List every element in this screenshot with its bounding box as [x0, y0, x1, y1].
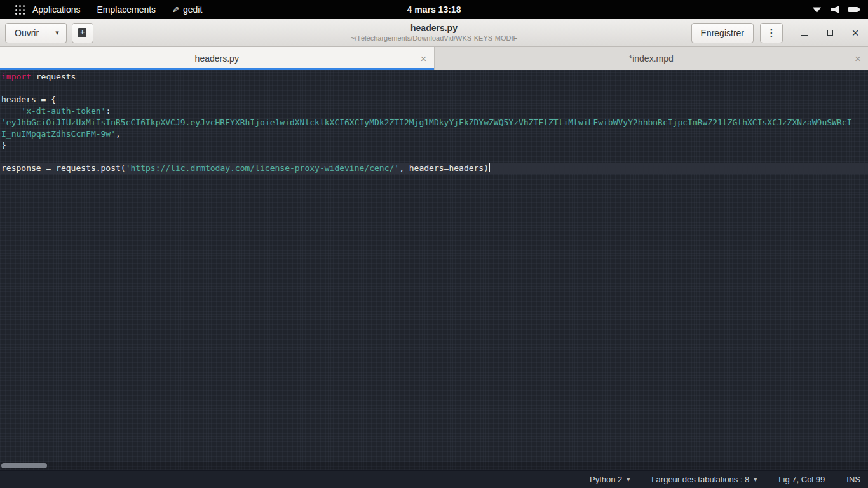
new-document-button[interactable]: [72, 23, 93, 43]
code-line[interactable]: import requests: [0, 71, 868, 83]
open-button[interactable]: Ouvrir: [5, 23, 48, 43]
language-label: Python 2: [590, 475, 622, 484]
header-left-controls: Ouvrir ▾: [5, 23, 93, 43]
code-line[interactable]: }: [0, 140, 868, 151]
close-button[interactable]: ×: [850, 28, 860, 38]
code-token-plain: response = requests.post(: [1, 163, 126, 173]
language-selector[interactable]: Python 2 ▾: [590, 475, 630, 484]
clock[interactable]: 4 mars 13:18: [401, 0, 468, 19]
code-token-plain: }: [1, 140, 6, 150]
top-bar-left: Applications Emplacements ✎ gedit: [0, 0, 210, 19]
maximize-button[interactable]: [825, 28, 835, 38]
active-app-menu[interactable]: ✎ gedit: [164, 0, 210, 19]
code-token-plain: :: [105, 106, 111, 116]
document-tab-bar: headers.py × *index.mpd ×: [0, 47, 868, 70]
desktop: Applications Emplacements ✎ gedit 4 mars…: [0, 0, 868, 488]
text-cursor: [489, 163, 490, 172]
input-mode-label: INS: [846, 475, 860, 484]
tab-close-icon[interactable]: ×: [421, 53, 427, 64]
gnome-top-bar: Applications Emplacements ✎ gedit 4 mars…: [0, 0, 868, 19]
app-grid-icon[interactable]: [0, 0, 24, 19]
code-line[interactable]: headers = {: [0, 94, 868, 105]
places-menu[interactable]: Emplacements: [89, 0, 165, 19]
open-split-button: Ouvrir ▾: [5, 23, 67, 43]
volume-icon: [831, 6, 839, 13]
tab-index-mpd[interactable]: *index.mpd ×: [434, 47, 868, 70]
tab-label: *index.mpd: [629, 53, 674, 64]
editor-code: import requestsheaders = { 'x-dt-auth-to…: [0, 71, 868, 174]
tab-width-label: Largeur des tabulations : 8: [651, 475, 749, 484]
open-recent-dropdown-button[interactable]: ▾: [48, 23, 67, 43]
cursor-position-label: Lig 7, Col 99: [778, 475, 825, 484]
tab-headers-py[interactable]: headers.py ×: [0, 47, 434, 70]
window-title-box: headers.py ~/Téléchargements/DownloadVid…: [351, 22, 517, 43]
code-token-plain: , headers=headers): [399, 163, 489, 173]
code-line[interactable]: response = requests.post('https://lic.dr…: [0, 163, 868, 174]
maximize-icon: [827, 30, 833, 36]
code-token-string: 'https://lic.drmtoday.com/license-proxy-…: [126, 163, 399, 173]
code-token-plain: requests: [31, 72, 76, 81]
tab-label: headers.py: [195, 53, 239, 64]
code-token-keyword: import: [1, 72, 31, 81]
status-bar: Python 2 ▾ Largeur des tabulations : 8 ▾…: [0, 470, 868, 488]
network-icon: [813, 6, 821, 13]
code-line[interactable]: 'eyJhbGciOiJIUzUxMiIsInR5cCI6IkpXVCJ9.ey…: [0, 117, 868, 128]
tab-close-icon[interactable]: ×: [855, 53, 861, 64]
system-status-area[interactable]: [813, 0, 868, 19]
battery-icon: [848, 7, 858, 12]
code-token-string: I_nuIMpqatZdhsCcnFM-9w': [1, 129, 116, 139]
close-icon: ×: [851, 28, 858, 38]
cursor-position: Lig 7, Col 99: [778, 475, 825, 484]
horizontal-scrollbar-track[interactable]: [0, 462, 868, 470]
window-title: headers.py: [351, 22, 517, 34]
save-button[interactable]: Enregistrer: [691, 23, 754, 43]
header-right-controls: Enregistrer ⋮ ×: [691, 23, 868, 43]
menu-button[interactable]: ⋮: [760, 23, 783, 43]
pencil-icon: ✎: [172, 5, 179, 15]
chevron-down-icon: ▾: [627, 476, 630, 483]
kebab-menu-icon: ⋮: [767, 27, 776, 39]
minimize-icon: [801, 35, 808, 36]
horizontal-scrollbar-thumb[interactable]: [1, 463, 47, 468]
applications-menu[interactable]: Applications: [24, 0, 89, 19]
window-controls: ×: [799, 28, 860, 38]
chevron-down-icon: ▾: [55, 29, 59, 37]
active-app-name: gedit: [183, 4, 202, 15]
code-line[interactable]: [0, 83, 868, 94]
tab-width-selector[interactable]: Largeur des tabulations : 8 ▾: [651, 475, 757, 484]
code-line[interactable]: 'x-dt-auth-token':: [0, 105, 868, 117]
chevron-down-icon: ▾: [754, 476, 757, 483]
code-token-plain: headers = {: [1, 95, 56, 104]
code-token-string: 'x-dt-auth-token': [21, 106, 105, 116]
new-document-icon: [78, 28, 86, 37]
code-line[interactable]: [0, 151, 868, 163]
code-line[interactable]: I_nuIMpqatZdhsCcnFM-9w',: [0, 128, 868, 140]
minimize-button[interactable]: [799, 28, 810, 38]
gedit-header-bar: Ouvrir ▾ headers.py ~/Téléchargements/Do…: [0, 19, 868, 47]
window-subtitle-path: ~/Téléchargements/DownloadVid/WKS-KEYS-M…: [351, 34, 517, 43]
text-editor-area[interactable]: import requestsheaders = { 'x-dt-auth-to…: [0, 70, 868, 470]
input-mode: INS: [846, 475, 860, 484]
code-token-plain: [1, 106, 21, 116]
grid-dots-icon: [15, 5, 17, 7]
code-token-plain: ,: [116, 129, 121, 139]
code-token-string: 'eyJhbGciOiJIUzUxMiIsInR5cCI6IkpXVCJ9.ey…: [1, 118, 851, 127]
